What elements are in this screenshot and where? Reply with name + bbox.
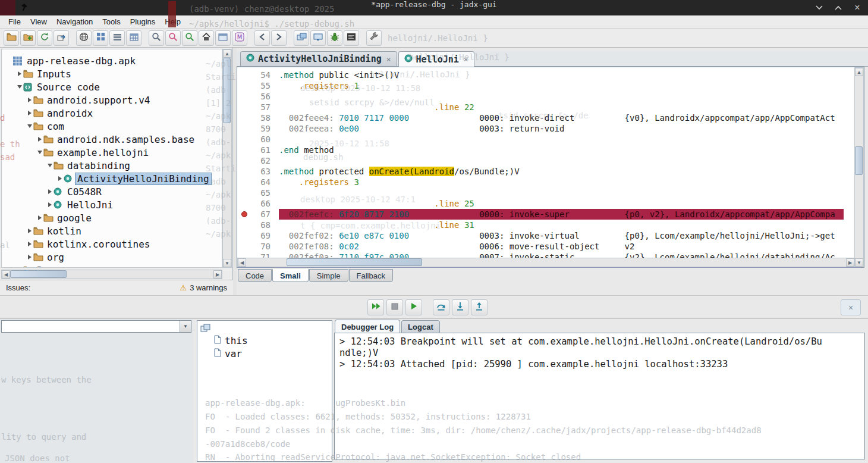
line-number[interactable]: 64 bbox=[237, 177, 279, 187]
scrollbar-thumb[interactable] bbox=[287, 258, 422, 266]
resume-button[interactable] bbox=[367, 299, 384, 315]
code-vertical-scrollbar[interactable]: ▲ ▼ bbox=[854, 67, 864, 267]
add-files-button[interactable] bbox=[20, 30, 36, 46]
line-number[interactable]: 61 bbox=[237, 145, 279, 155]
run-button[interactable] bbox=[405, 299, 422, 315]
open-file-button[interactable] bbox=[4, 30, 19, 46]
line-number[interactable]: 63 bbox=[237, 166, 279, 177]
text-search-button[interactable] bbox=[149, 30, 164, 46]
expander-icon[interactable] bbox=[46, 189, 54, 194]
minimize-button[interactable] bbox=[814, 3, 824, 12]
view-tab-smali[interactable]: Smali bbox=[272, 269, 309, 282]
tree-item[interactable]: C0548R bbox=[2, 185, 222, 198]
close-debugger-button[interactable]: × bbox=[841, 299, 861, 315]
expander-icon[interactable] bbox=[36, 215, 43, 220]
warnings-count[interactable]: 3 warnings bbox=[190, 283, 227, 292]
debug-button[interactable] bbox=[327, 30, 342, 46]
line-number[interactable]: 54 bbox=[237, 70, 279, 80]
expander-icon[interactable] bbox=[36, 137, 43, 142]
line-number[interactable]: 62 bbox=[237, 155, 279, 166]
reload-button[interactable] bbox=[37, 30, 52, 46]
tree-item[interactable]: android.ndk.samples.base bbox=[2, 133, 222, 146]
debugger-log-output[interactable]: > 12:54:03 Breakpoint will set at com.ex… bbox=[334, 333, 865, 459]
expander-icon[interactable] bbox=[26, 124, 33, 128]
tree-item[interactable]: android.support.v4 bbox=[2, 93, 222, 107]
menu-item-navigation[interactable]: Navigation bbox=[52, 16, 98, 27]
expander-icon[interactable] bbox=[26, 229, 33, 233]
maximize-button[interactable] bbox=[834, 3, 843, 12]
scroll-right-button[interactable]: ▶ bbox=[846, 258, 854, 267]
tree-item[interactable]: Resources bbox=[2, 264, 222, 268]
line-number[interactable]: 56 bbox=[237, 91, 279, 102]
expander-icon[interactable] bbox=[26, 255, 33, 259]
tab-debugger-log[interactable]: Debugger Log bbox=[335, 320, 400, 333]
line-number[interactable]: 60 bbox=[237, 134, 279, 145]
device-button[interactable] bbox=[310, 30, 326, 46]
tab-ActivityHelloJniBinding[interactable]: ActivityHelloJniBinding× bbox=[240, 51, 397, 66]
attach-debugger-button[interactable] bbox=[294, 30, 309, 46]
close-button[interactable]: × bbox=[853, 3, 862, 12]
expander-icon[interactable] bbox=[15, 85, 23, 89]
tree-item[interactable]: kotlinx.coroutines bbox=[2, 237, 222, 251]
expander-icon[interactable] bbox=[26, 111, 33, 115]
expander-icon[interactable] bbox=[15, 71, 23, 76]
scroll-up-button[interactable]: ▲ bbox=[855, 68, 863, 76]
back-button[interactable] bbox=[254, 30, 270, 46]
close-tab-icon[interactable]: × bbox=[386, 55, 391, 64]
expander-icon[interactable] bbox=[36, 151, 43, 154]
variable-item[interactable]: var bbox=[214, 347, 242, 360]
tab-HelloJni[interactable]: HelloJni× bbox=[398, 51, 474, 67]
class-search-button[interactable] bbox=[165, 30, 181, 46]
view-table-button[interactable] bbox=[126, 30, 141, 46]
tree-item[interactable]: org bbox=[2, 251, 222, 264]
tree-item[interactable]: Source code bbox=[2, 80, 222, 93]
expander-icon[interactable] bbox=[46, 164, 54, 167]
tree-item[interactable]: kotlin bbox=[2, 224, 222, 237]
view-tab-code[interactable]: Code bbox=[238, 269, 272, 282]
variable-item[interactable]: this bbox=[214, 334, 248, 347]
line-number[interactable]: 65 bbox=[237, 187, 279, 198]
scroll-left-button[interactable]: ◀ bbox=[238, 258, 246, 267]
tree-vertical-scrollbar[interactable]: ▲ ▼ bbox=[222, 49, 232, 268]
scroll-down-button[interactable]: ▼ bbox=[855, 258, 863, 267]
panel-button[interactable] bbox=[215, 30, 231, 46]
preferences-button[interactable] bbox=[366, 30, 382, 46]
step-into-button[interactable] bbox=[452, 299, 468, 315]
scroll-left-button[interactable]: ◀ bbox=[2, 270, 10, 279]
expander-icon[interactable] bbox=[26, 98, 33, 102]
tree-item[interactable]: app-release-dbg.apk bbox=[2, 54, 222, 67]
forward-button[interactable] bbox=[271, 30, 287, 46]
line-number[interactable]: 58 bbox=[237, 112, 279, 123]
scroll-up-button[interactable]: ▲ bbox=[223, 49, 231, 58]
deobfuscation-button[interactable] bbox=[76, 30, 92, 46]
tree-item[interactable]: google bbox=[2, 211, 222, 224]
tree-item[interactable]: databinding bbox=[2, 159, 222, 172]
main-activity-button[interactable] bbox=[199, 30, 214, 46]
tree-item[interactable]: androidx bbox=[2, 107, 222, 120]
scrollbar-thumb[interactable] bbox=[223, 58, 231, 123]
expander-icon[interactable] bbox=[26, 242, 33, 246]
step-over-button[interactable] bbox=[433, 299, 449, 315]
line-number[interactable]: 59 bbox=[237, 123, 279, 134]
tree-horizontal-scrollbar[interactable]: ◀ ▶ bbox=[1, 270, 222, 279]
chevron-down-icon[interactable]: ▼ bbox=[180, 321, 191, 332]
stop-button[interactable] bbox=[386, 299, 403, 315]
breakpoint-dot[interactable] bbox=[241, 211, 247, 217]
line-number[interactable]: 68 bbox=[237, 220, 279, 230]
scrollbar-thumb[interactable] bbox=[10, 270, 67, 278]
tab-logcat[interactable]: Logcat bbox=[401, 320, 440, 333]
tree-item[interactable]: HelloJni bbox=[2, 198, 222, 211]
view-tab-fallback[interactable]: Fallback bbox=[349, 269, 393, 282]
tree-item[interactable]: Inputs bbox=[2, 67, 222, 80]
step-out-button[interactable] bbox=[471, 299, 488, 315]
view-list-button[interactable] bbox=[109, 30, 125, 46]
line-number[interactable]: 71 bbox=[237, 252, 279, 258]
menu-item-plugins[interactable]: Plugins bbox=[125, 16, 161, 27]
close-tab-icon[interactable]: × bbox=[464, 55, 468, 64]
log-viewer-button[interactable] bbox=[344, 30, 359, 46]
export-button[interactable] bbox=[54, 30, 69, 46]
line-number[interactable]: 70 bbox=[237, 241, 279, 252]
menu-item-view[interactable]: View bbox=[26, 16, 52, 27]
line-number[interactable]: 66 bbox=[237, 198, 279, 209]
view-grid-button[interactable] bbox=[93, 30, 108, 46]
